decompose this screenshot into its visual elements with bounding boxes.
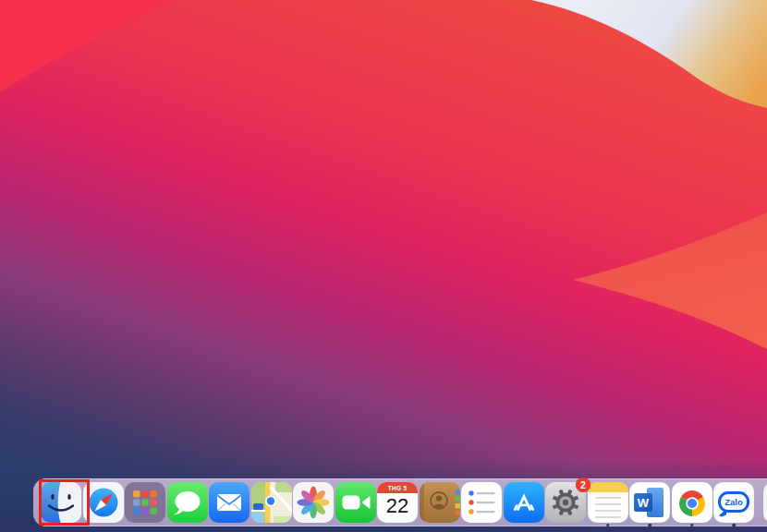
- contacts-icon: [420, 482, 460, 523]
- dock-item-partial[interactable]: [763, 482, 767, 523]
- word-icon: W: [629, 482, 670, 523]
- running-indicator: [690, 524, 694, 527]
- dock-item-app-store[interactable]: [504, 482, 544, 523]
- highlight-box-finder: [39, 479, 90, 526]
- reminders-icon: [461, 482, 502, 523]
- dock-item-maps[interactable]: [251, 482, 292, 523]
- launchpad-icon: [125, 482, 165, 523]
- dock-item-reminders[interactable]: [461, 482, 502, 523]
- maps-icon: [251, 482, 292, 523]
- dock-item-photos[interactable]: [293, 482, 334, 523]
- dock-item-facetime[interactable]: [335, 482, 376, 523]
- messages-icon: [167, 482, 208, 523]
- wallpaper-image: [0, 0, 767, 532]
- dock-item-messages[interactable]: [167, 482, 208, 523]
- dock-item-notes[interactable]: [588, 482, 628, 523]
- facetime-icon: [335, 482, 376, 523]
- running-indicator: [732, 524, 736, 527]
- dock-item-contacts[interactable]: [420, 482, 460, 523]
- dock-item-chrome[interactable]: [672, 482, 712, 523]
- dock: THG 5 22: [33, 478, 767, 526]
- photos-icon: [293, 482, 334, 523]
- dock-item-word[interactable]: W: [629, 482, 670, 523]
- notes-icon: [588, 482, 628, 523]
- notification-badge: 2: [576, 478, 590, 492]
- dock-item-mail[interactable]: [209, 482, 250, 523]
- dock-item-zalo[interactable]: Zalo: [713, 482, 754, 523]
- dock-item-calendar[interactable]: THG 5 22: [377, 482, 418, 523]
- chrome-icon: [672, 482, 712, 523]
- running-indicator: [606, 524, 610, 527]
- dock-item-launchpad[interactable]: [125, 482, 165, 523]
- dock-item-system-preferences[interactable]: 2: [545, 482, 586, 523]
- mail-icon: [209, 482, 250, 523]
- calendar-day-label: 22: [377, 493, 418, 523]
- calendar-month-label: THG 5: [377, 482, 418, 493]
- calendar-icon: THG 5 22: [377, 482, 418, 523]
- running-indicator: [648, 524, 651, 527]
- app-store-icon: [504, 482, 544, 523]
- desktop: THG 5 22: [0, 0, 767, 532]
- word-glyph: W: [634, 493, 652, 512]
- zalo-label: Zalo: [718, 491, 749, 513]
- zalo-icon: Zalo: [713, 482, 754, 523]
